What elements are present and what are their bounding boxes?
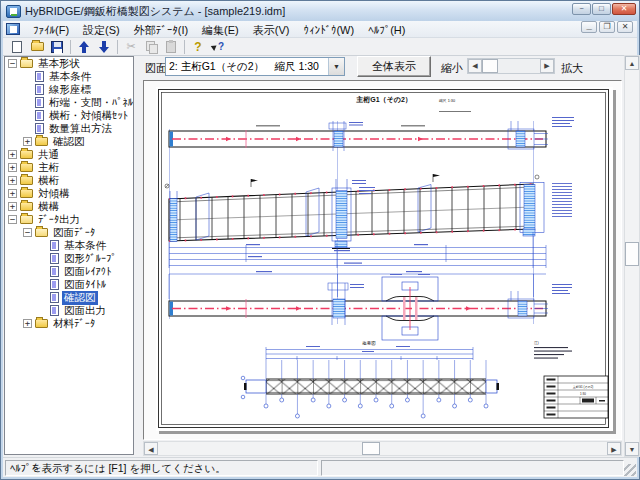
context-help-button[interactable]: ? (208, 38, 228, 55)
menubar: ﾌｧｲﾙ(F)設定(S)外部ﾃﾞｰﾀ(I)編集(E)表示(V)ｳｨﾝﾄﾞｳ(W)… (3, 21, 637, 38)
tree-item-5[interactable]: 数量算出方法 (5, 122, 133, 135)
folder-icon (35, 319, 48, 328)
tree-item-10[interactable]: +対傾構 (5, 187, 133, 200)
plus-expander-icon[interactable]: + (8, 163, 17, 172)
scroll-right-arrow[interactable]: ▶ (607, 442, 621, 455)
minus-expander-icon[interactable]: − (23, 228, 32, 237)
menu-item-6[interactable]: ﾍﾙﾌﾟ(H) (361, 23, 412, 37)
tree-item-6[interactable]: +確認図 (5, 135, 133, 148)
minimize-button[interactable]: － (572, 3, 591, 15)
plus-expander-icon[interactable]: + (8, 189, 17, 198)
fit-view-button[interactable]: 全体表示 (357, 56, 431, 77)
tree-item-11[interactable]: +横構 (5, 200, 133, 213)
tree-item-8[interactable]: +主桁 (5, 161, 133, 174)
tree-item-9[interactable]: +横桁 (5, 174, 133, 187)
vertical-scrollbar[interactable]: ▲ ▼ (624, 55, 640, 457)
plus-expander-icon[interactable]: + (8, 150, 17, 159)
tree-item-label[interactable]: 線形座標 (47, 83, 93, 97)
tree-item-19[interactable]: 図面出力 (5, 304, 133, 317)
scroll-down-arrow[interactable]: ▼ (625, 442, 639, 456)
tree-item-18[interactable]: 確認図 (5, 291, 133, 304)
tree-item-3[interactable]: 桁端・支間・ﾊﾟﾈﾙ長 (5, 96, 133, 109)
tree-item-label[interactable]: 基本条件 (47, 70, 93, 84)
panel-point-bubble (437, 398, 441, 402)
tree-item-15[interactable]: 図形ｸﾞﾙｰﾌﾟ (5, 252, 133, 265)
tree-item-label[interactable]: 桁端・支間・ﾊﾟﾈﾙ長 (47, 96, 134, 110)
open-button[interactable] (27, 38, 47, 55)
tree-item-20[interactable]: +材料ﾃﾞｰﾀ (5, 317, 133, 330)
tree-item-14[interactable]: 基本条件 (5, 239, 133, 252)
menu-item-5[interactable]: ｳｨﾝﾄﾞｳ(W) (296, 23, 361, 37)
tree-item-label[interactable]: 図形ｸﾞﾙｰﾌﾟ (62, 252, 119, 266)
tree-item-label[interactable]: 基本条件 (62, 239, 108, 253)
mdi-close-button[interactable]: ✕ (617, 21, 633, 33)
tree-item-4[interactable]: 横桁・対傾構ｾｯﾄ (5, 109, 133, 122)
menu-item-1[interactable]: 設定(S) (76, 23, 127, 37)
maximize-button[interactable]: □ (592, 3, 611, 15)
horizontal-scroll-thumb[interactable] (362, 442, 380, 455)
scroll-up-arrow[interactable]: ▲ (625, 56, 639, 70)
tree-item-label[interactable]: 基本形状 (36, 57, 82, 71)
zoom-slider-right-arrow[interactable]: ▶ (540, 59, 554, 73)
tree-item-label[interactable]: 図面ﾀｲﾄﾙ (62, 278, 108, 292)
zoom-slider-thumb[interactable] (482, 59, 498, 73)
tree-item-13[interactable]: −図面ﾃﾞｰﾀ (5, 226, 133, 239)
resize-grip[interactable] (624, 464, 636, 476)
tree-item-2[interactable]: 線形座標 (5, 83, 133, 96)
tree-item-12[interactable]: −ﾃﾞｰﾀ出力 (5, 213, 133, 226)
tree-item-label[interactable]: ﾃﾞｰﾀ出力 (36, 213, 82, 227)
tree-item-1[interactable]: 基本条件 (5, 70, 133, 83)
plus-expander-icon[interactable]: + (23, 319, 32, 328)
menu-item-2[interactable]: 外部ﾃﾞｰﾀ(I) (127, 23, 195, 37)
save-button[interactable] (47, 38, 67, 55)
move-down-button[interactable] (94, 38, 114, 55)
tree-item-label[interactable]: 材料ﾃﾞｰﾀ (51, 317, 97, 331)
tree-item-16[interactable]: 図面ﾚｲｱｳﾄ (5, 265, 133, 278)
tree-item-label[interactable]: 対傾構 (36, 187, 72, 201)
plus-expander-icon[interactable]: + (8, 176, 17, 185)
combo-dropdown-icon[interactable]: ▼ (328, 58, 344, 75)
tree-item-label[interactable]: 横桁・対傾構ｾｯﾄ (47, 109, 130, 123)
menu-item-3[interactable]: 編集(E) (195, 23, 246, 37)
tree-item-label[interactable]: 主桁 (36, 161, 61, 175)
tree-item-label[interactable]: 共通 (36, 148, 61, 162)
zoom-slider[interactable]: ◀ ▶ (467, 58, 555, 74)
minus-expander-icon[interactable]: − (8, 215, 17, 224)
doc-icon (50, 266, 59, 277)
drawing-select-combo[interactable]: 2: 主桁G1（その2） 縮尺 1:30 ▼ (165, 57, 345, 76)
minus-expander-icon[interactable]: − (8, 59, 17, 68)
move-up-button[interactable] (74, 38, 94, 55)
tree-item-label[interactable]: 横桁 (36, 174, 61, 188)
help-button[interactable]: ? (188, 38, 208, 55)
tree-item-7[interactable]: +共通 (5, 148, 133, 161)
horizontal-scrollbar[interactable]: ◀ ▶ (143, 441, 622, 456)
panel-point-bubble (358, 404, 362, 408)
tree-item-label[interactable]: 図面出力 (62, 304, 108, 318)
tree-item-label[interactable]: 図面ﾚｲｱｳﾄ (62, 265, 113, 279)
tree-item-label[interactable]: 図面ﾃﾞｰﾀ (51, 226, 97, 240)
mdi-document-icon[interactable] (6, 23, 20, 35)
tree-item-label[interactable]: 横構 (36, 200, 61, 214)
tree-item-label[interactable]: 数量算出方法 (47, 122, 114, 136)
new-button[interactable] (7, 38, 27, 55)
panel-point-bubble (390, 404, 394, 408)
scroll-left-arrow[interactable]: ◀ (144, 442, 158, 455)
doc-icon (35, 123, 44, 134)
vertical-scroll-thumb[interactable] (625, 242, 639, 266)
tree-item-0[interactable]: −基本形状 (5, 57, 133, 70)
close-button[interactable]: ✕ (612, 3, 636, 15)
mdi-minimize-button[interactable]: ＿ (581, 21, 597, 33)
panel-point-bubble (421, 414, 425, 418)
plus-expander-icon[interactable]: + (23, 137, 32, 146)
tree-item-label[interactable]: 確認図 (51, 135, 87, 149)
plus-expander-icon[interactable]: + (8, 202, 17, 211)
tree-item-label[interactable]: 確認図 (62, 291, 98, 305)
menu-item-4[interactable]: 表示(V) (246, 23, 297, 37)
mdi-restore-button[interactable]: ❐ (599, 21, 615, 33)
tree-item-17[interactable]: 図面ﾀｲﾄﾙ (5, 278, 133, 291)
zoom-slider-left-arrow[interactable]: ◀ (468, 59, 482, 73)
status-message: ﾍﾙﾌﾟを表示するには [F1] を押してください。 (5, 460, 318, 476)
new-file-icon (12, 41, 22, 53)
help-question-icon: ? (194, 40, 201, 54)
menu-item-0[interactable]: ﾌｧｲﾙ(F) (26, 23, 76, 37)
